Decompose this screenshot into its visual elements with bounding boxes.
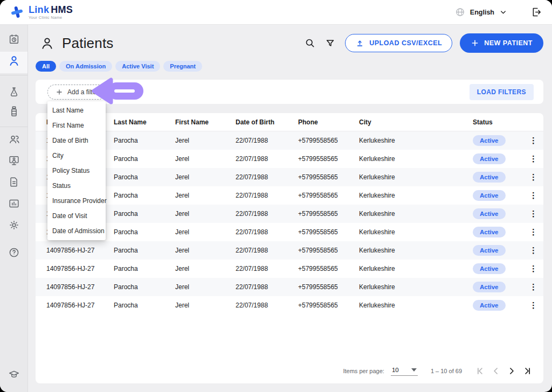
plus-icon [56, 88, 63, 96]
cell-first-name: Jerel [175, 302, 236, 309]
cell-first-name: Jerel [175, 210, 236, 218]
table-row[interactable]: 14097856-HJ-27 Parocha Jerel 22/07/1988 … [36, 131, 543, 150]
column-header-date-of-birth[interactable]: Date of Birth [236, 118, 298, 126]
row-menu-button[interactable]: ⋮ [527, 155, 540, 163]
filter-dropdown-item[interactable]: Insurance Provider [47, 193, 106, 208]
sidebar-divider [0, 75, 27, 75]
row-menu-button[interactable]: ⋮ [527, 136, 540, 144]
first-page-button[interactable] [474, 365, 487, 377]
language-dropdown-button[interactable] [499, 8, 507, 16]
sidebar-item-laboratory[interactable] [8, 86, 20, 99]
table-row[interactable]: 14097856-HJ-27 Parocha Jerel 22/07/1988 … [36, 241, 543, 260]
sidebar-item-appointments[interactable] [8, 33, 20, 46]
sidebar-item-billing[interactable] [8, 176, 20, 188]
cell-first-name: Jerel [175, 137, 236, 144]
page-header: Patients UPLOAD CSV/EXCEL NEW PATIENT [28, 25, 552, 53]
cell-first-name: Jerel [175, 173, 236, 181]
search-button[interactable] [305, 38, 315, 48]
last-page-button[interactable] [521, 365, 534, 377]
next-page-button[interactable] [505, 365, 518, 377]
chip-pregnant[interactable]: Pregnant [163, 61, 202, 72]
patients-icon [8, 54, 20, 67]
chip-on-admission[interactable]: On Admission [59, 61, 112, 72]
row-menu-button[interactable]: ⋮ [527, 191, 540, 199]
cell-first-name: Jerel [175, 228, 236, 236]
sidebar-item-academy[interactable] [8, 368, 20, 381]
filter-dropdown-item[interactable]: First Name [47, 118, 106, 133]
status-badge: Active [473, 245, 506, 256]
table-row[interactable]: 14097856-HJ-27 Parocha Jerel 22/07/1988 … [36, 205, 543, 223]
cell-actions: ⋮ [527, 301, 543, 310]
row-menu-button[interactable]: ⋮ [527, 283, 540, 291]
sidebar-item-help[interactable] [8, 246, 20, 259]
cell-first-name: Jerel [175, 265, 236, 272]
filter-dropdown-item[interactable]: Status [47, 178, 106, 193]
cell-phone: +5799558565 [298, 137, 359, 144]
cell-status: Active [473, 190, 527, 201]
cell-phone: +5799558565 [298, 228, 359, 236]
items-per-page-select[interactable]: 10 [391, 367, 418, 376]
brand-text: LinkHMS Your Clinic Name [29, 5, 73, 20]
table-row[interactable]: 14097856-HJ-27 Parocha Jerel 22/07/1988 … [36, 223, 543, 241]
sidebar-item-reports[interactable] [8, 197, 20, 210]
cell-last-name: Parocha [114, 155, 175, 163]
items-per-page-value: 10 [392, 367, 399, 373]
sidebar-item-pharmacy[interactable] [8, 105, 20, 118]
caret-down-icon [411, 368, 417, 372]
staff-icon [8, 133, 20, 145]
table-row[interactable]: 14097856-HJ-27 Parocha Jerel 22/07/1988 … [36, 296, 543, 314]
cell-first-name: Jerel [175, 155, 236, 163]
upload-csv-button[interactable]: UPLOAD CSV/EXCEL [345, 34, 452, 52]
filter-dropdown-item[interactable]: Date of Birth [47, 133, 106, 148]
header-actions: UPLOAD CSV/EXCEL NEW PATIENT [305, 33, 543, 53]
logout-button[interactable] [531, 6, 542, 18]
cell-city: Kerlukeshire [359, 173, 473, 181]
sidebar-item-patients[interactable] [8, 54, 20, 67]
filter-dropdown-item[interactable]: City [47, 148, 106, 163]
table-row[interactable]: 14097856-HJ-27 Parocha Jerel 22/07/1988 … [36, 168, 543, 186]
load-filters-button[interactable]: LOAD FILTERS [470, 84, 534, 100]
filter-dropdown-item[interactable]: Last Name [47, 103, 106, 118]
row-menu-button[interactable]: ⋮ [527, 228, 540, 236]
page-title: Patients [62, 35, 114, 52]
brand-name-primary: Link [29, 4, 49, 15]
cell-date-of-birth: 22/07/1988 [236, 137, 298, 144]
column-header-phone[interactable]: Phone [298, 118, 359, 126]
filter-dropdown-item[interactable]: Date of Visit [47, 208, 106, 223]
filter-button[interactable] [325, 38, 335, 48]
status-badge: Active [473, 153, 506, 164]
row-menu-button[interactable]: ⋮ [527, 246, 540, 254]
column-header-city[interactable]: City [359, 118, 473, 126]
table-row[interactable]: 14097856-HJ-27 Parocha Jerel 22/07/1988 … [36, 186, 543, 205]
add-filter-button[interactable]: Add a filter [47, 85, 106, 100]
cell-status: Active [473, 300, 527, 311]
upload-icon [355, 39, 364, 48]
column-header-status[interactable]: Status [473, 118, 527, 126]
filter-dropdown-item[interactable]: Policy Status [47, 163, 106, 178]
previous-page-button[interactable] [489, 365, 502, 377]
row-menu-button[interactable]: ⋮ [527, 301, 540, 309]
first-page-icon [475, 366, 486, 376]
cell-actions: ⋮ [527, 155, 543, 163]
language-label: English [470, 9, 494, 16]
row-menu-button[interactable]: ⋮ [527, 209, 540, 218]
chip-all[interactable]: All [36, 61, 56, 72]
table-row[interactable]: 14097856-HJ-27 Parocha Jerel 22/07/1988 … [36, 260, 543, 278]
cell-city: Kerlukeshire [359, 192, 473, 199]
row-menu-button[interactable]: ⋮ [527, 173, 540, 181]
sidebar-item-settings[interactable] [8, 219, 20, 232]
chip-active-visit[interactable]: Active Visit [115, 61, 160, 72]
cell-city: Kerlukeshire [359, 228, 473, 236]
sidebar-item-workstation[interactable] [8, 154, 20, 167]
cell-actions: ⋮ [527, 136, 543, 145]
filter-dropdown-item[interactable]: Date of Admission [47, 223, 106, 239]
table-row[interactable]: 14097856-HJ-27 Parocha Jerel 22/07/1988 … [36, 150, 543, 168]
sidebar-item-staff[interactable] [8, 132, 20, 145]
row-menu-button[interactable]: ⋮ [527, 264, 540, 272]
filter-bar: Add a filter LOAD FILTERS [36, 80, 543, 104]
new-patient-button[interactable]: NEW PATIENT [460, 33, 543, 53]
column-header-first-name[interactable]: First Name [175, 118, 236, 126]
table-row[interactable]: 14097856-HJ-27 Parocha Jerel 22/07/1988 … [36, 278, 543, 296]
cell-status: Active [473, 153, 527, 164]
column-header-last-name[interactable]: Last Name [114, 118, 175, 126]
